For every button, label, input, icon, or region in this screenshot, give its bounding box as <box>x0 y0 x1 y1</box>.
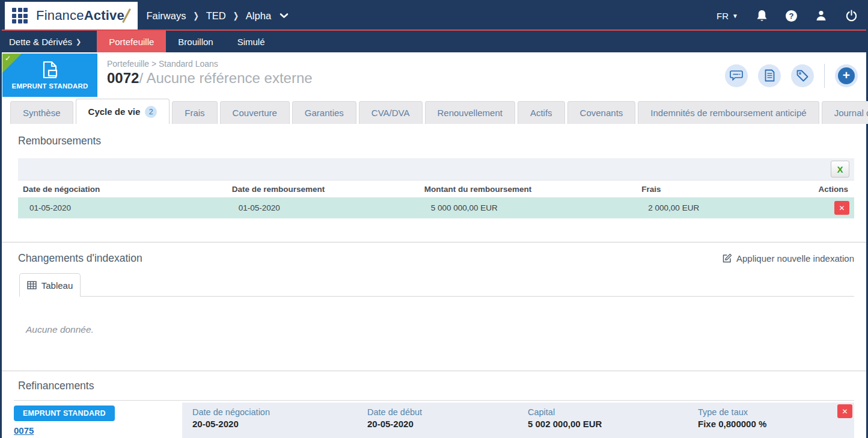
delete-refinancement-button[interactable]: ✕ <box>837 404 852 418</box>
refinancement-type-button[interactable]: EMPRUNT STANDARD <box>14 406 115 421</box>
refinancement-divider <box>14 400 854 401</box>
top-bar: FinanceActive Fairways ❯ TED ❯ Alpha FR▼… <box>2 2 866 31</box>
page-titles: Portefeuille > Standard Loans 0072/ Aucu… <box>107 52 313 99</box>
check-icon: ✓ <box>5 54 11 63</box>
chevron-down-icon[interactable] <box>280 13 289 19</box>
section-remboursements: Remboursements X Date de négociation Dat… <box>2 124 866 218</box>
loan-type-label: EMPRUNT STANDARD <box>12 82 88 90</box>
nav-item-portefeuille[interactable]: Portefeuille <box>97 31 166 52</box>
tab-frais[interactable]: Frais <box>172 101 217 124</box>
close-x-icon: ✕ <box>842 407 848 416</box>
brand-wordmark: FinanceActive <box>36 8 127 23</box>
table-header-row: Date de négociation Date de remboursemen… <box>18 180 854 198</box>
cell-date-negociation: 01-05-2020 <box>18 197 227 218</box>
chevron-right-icon: ❯ <box>76 38 81 46</box>
top-actions: FR▼ ? <box>717 10 858 22</box>
language-selector[interactable]: FR▼ <box>717 11 738 21</box>
tab-count-badge: 2 <box>145 106 157 118</box>
loan-type-badge[interactable]: ✓ EMPRUNT STANDARD <box>2 54 97 97</box>
user-account-icon[interactable] <box>815 10 827 22</box>
close-x-icon: ✕ <box>839 204 845 212</box>
tags-button[interactable] <box>791 64 814 87</box>
page-breadcrumb: Portefeuille > Standard Loans <box>107 59 313 69</box>
remboursements-table: X Date de négociation Date de remboursem… <box>18 158 854 218</box>
field-date-debut: Date de début 20-05-2020 <box>367 407 528 438</box>
main-nav: Dette & Dérivés❯ Portefeuille Brouillon … <box>2 31 866 52</box>
add-button[interactable]: + <box>835 64 858 87</box>
actions-divider <box>824 64 825 88</box>
refinancement-identity: EMPRUNT STANDARD 0075 <box>14 403 182 438</box>
tab-journal-audit[interactable]: Journal d'audit <box>822 101 868 124</box>
tag-icon <box>796 69 809 82</box>
entity-breadcrumb: Fairways ❯ TED ❯ Alpha <box>146 10 289 22</box>
nav-item-simule[interactable]: Simulé <box>225 31 277 52</box>
tab-panel-border <box>81 296 854 297</box>
tab-covenants[interactable]: Covenants <box>567 101 636 124</box>
section-title: Changements d'indexation <box>18 252 142 265</box>
empty-state-text: Aucune donnée. <box>26 324 854 335</box>
col-date-remboursement: Date de remboursement <box>227 180 420 198</box>
document-icon <box>765 69 775 82</box>
chevron-right-icon: ❯ <box>193 11 198 21</box>
refinancement-details: Date de négociation 20-05-2020 Date de d… <box>182 403 854 438</box>
tab-renouvellement[interactable]: Renouvellement <box>425 101 515 124</box>
tab-indemnites[interactable]: Indemnités de remboursement anticipé <box>638 101 819 124</box>
chevron-right-icon: ❯ <box>233 11 239 21</box>
loan-document-icon <box>42 61 58 79</box>
breadcrumb-item-alpha[interactable]: Alpha <box>246 10 271 22</box>
tab-cycle-de-vie[interactable]: Cycle de vie2 <box>76 99 170 124</box>
section-refinancements: Refinancements EMPRUNT STANDARD 0075 Dat… <box>2 371 866 438</box>
delete-row-button[interactable]: ✕ <box>834 201 849 215</box>
app-launcher-grid-icon[interactable] <box>12 8 28 23</box>
tab-tableau[interactable]: Tableau <box>19 273 81 297</box>
col-frais: Frais <box>637 180 771 198</box>
comment-bubble-icon <box>730 70 743 82</box>
tab-garanties[interactable]: Garanties <box>292 101 356 124</box>
tab-cva-dva[interactable]: CVA/DVA <box>359 101 423 124</box>
refinancement-card: EMPRUNT STANDARD 0075 Date de négociatio… <box>14 403 854 438</box>
cell-date-remboursement: 01-05-2020 <box>227 197 420 218</box>
notifications-bell-icon[interactable] <box>756 10 768 22</box>
app-window: FinanceActive Fairways ❯ TED ❯ Alpha FR▼… <box>0 0 868 438</box>
notes-button[interactable] <box>758 64 781 87</box>
table-toolbar: X <box>18 158 854 180</box>
excel-export-button[interactable]: X <box>831 161 849 177</box>
field-date-negociation: Date de négociation 20-05-2020 <box>192 407 367 438</box>
tab-actifs[interactable]: Actifs <box>518 101 565 124</box>
col-montant: Montant du remboursement <box>420 180 637 198</box>
excel-icon: X <box>837 164 843 174</box>
breadcrumb-item-ted[interactable]: TED <box>206 10 226 22</box>
page-title: 0072/ Aucune référence externe <box>107 70 313 87</box>
tab-content: Remboursements X Date de négociation Dat… <box>2 124 866 438</box>
field-capital: Capital 5 002 000,00 EUR <box>528 407 698 438</box>
section-indexation: Changements d'indexation Appliquer nouve… <box>2 242 866 335</box>
cell-montant: 5 000 000,00 EUR <box>420 197 637 218</box>
brand-logo[interactable]: FinanceActive <box>5 2 138 29</box>
section-title: Remboursements <box>18 135 854 147</box>
breadcrumb-item-fairways[interactable]: Fairways <box>146 10 186 22</box>
table-grid-icon <box>27 281 37 289</box>
nav-item-brouillon[interactable]: Brouillon <box>166 31 225 52</box>
field-type-taux: Type de taux Fixe 0,800000 % <box>698 407 766 438</box>
logout-power-icon[interactable] <box>845 10 858 22</box>
header-actions: + <box>725 64 858 88</box>
help-icon[interactable]: ? <box>786 10 797 22</box>
apply-indexation-link[interactable]: Appliquer nouvelle indexation <box>722 253 854 264</box>
refinancement-id-link[interactable]: 0075 <box>14 425 182 436</box>
col-date-negociation: Date de négociation <box>18 180 227 198</box>
caret-down-icon: ▼ <box>732 13 738 19</box>
nav-item-dette-derives[interactable]: Dette & Dérivés❯ <box>2 31 97 52</box>
edit-pencil-icon <box>722 253 732 264</box>
col-actions: Actions <box>771 180 854 198</box>
tab-couverture[interactable]: Couverture <box>220 101 290 124</box>
section-title: Refinancements <box>18 380 854 392</box>
detail-tabs: Synthèse Cycle de vie2 Frais Couverture … <box>2 99 866 124</box>
plus-icon: + <box>838 67 855 84</box>
comments-button[interactable] <box>725 64 748 87</box>
page-header: ✓ EMPRUNT STANDARD Portefeuille > Standa… <box>2 52 866 99</box>
tab-synthese[interactable]: Synthèse <box>10 101 73 124</box>
table-row[interactable]: 01-05-2020 01-05-2020 5 000 000,00 EUR 2… <box>18 197 854 218</box>
cell-frais: 2 000,00 EUR <box>637 197 771 218</box>
